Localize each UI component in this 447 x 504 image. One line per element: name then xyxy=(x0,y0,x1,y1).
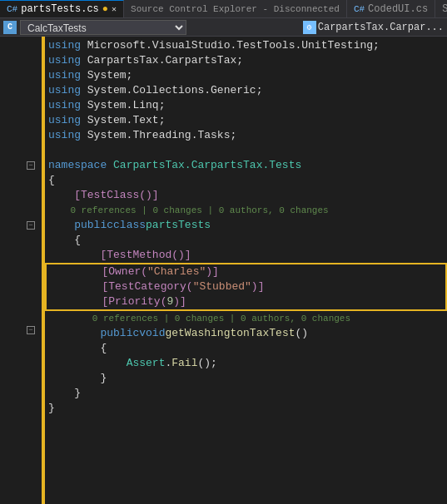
tab-bar: C# partsTests.cs ● ✕ Source Control Expl… xyxy=(0,0,447,18)
code-line-priority: [Priority(9)] xyxy=(47,294,445,309)
tab-partsTests[interactable]: C# partsTests.cs ● ✕ xyxy=(0,0,124,17)
code-line-blank1 xyxy=(45,143,447,158)
code-line-testclass-attr: [TestClass()] xyxy=(45,188,447,203)
tab-startup-label: Startup.cs xyxy=(442,3,447,15)
code-line-6: using System.Text; xyxy=(45,113,447,128)
tab-codedUI[interactable]: C# CodedUI.cs xyxy=(347,0,435,17)
cs-icon-2: C# xyxy=(354,4,365,14)
gutter-class: − xyxy=(0,218,38,233)
gutter-6 xyxy=(0,113,38,128)
code-line-7: using System.Threading.Tasks; xyxy=(45,128,447,143)
code-line-brace4: } xyxy=(45,371,447,386)
class-icon-label: C xyxy=(7,22,12,32)
code-line-method: public void getWashingtonTaxTest() xyxy=(45,326,447,341)
code-line-testcategory: [TestCategory("Stubbed")] xyxy=(47,279,445,294)
code-line-1: using Microsoft.VisualStudio.TestTools.U… xyxy=(45,38,447,53)
gutter-brace4 xyxy=(0,368,38,383)
gutter-brace2 xyxy=(0,233,38,248)
highlight-region: [Owner("Charles")] [TestCategory("Stubbe… xyxy=(45,263,447,311)
gutter-ns: − xyxy=(0,158,38,173)
gutter-blank-1 xyxy=(0,143,38,158)
method-breadcrumb-label: CarpartsTax.Carpar... xyxy=(318,22,444,33)
code-line-brace6: } xyxy=(45,401,447,416)
collapse-class[interactable]: − xyxy=(27,221,35,230)
code-line-class: public class partsTests xyxy=(45,218,447,233)
tab-sourceControl-label: Source Control Explorer - Disconnected xyxy=(131,4,340,14)
gutter-5 xyxy=(0,98,38,113)
class-icon: C xyxy=(3,21,17,34)
expand-1[interactable] xyxy=(27,38,35,53)
collapse-ns[interactable]: − xyxy=(27,161,35,170)
gutter-2 xyxy=(0,53,38,68)
code-line-4: using System.Collections.Generic; xyxy=(45,83,447,98)
gutter-meta2 xyxy=(0,308,38,323)
gutter-method: − xyxy=(0,323,38,338)
code-line-brace2: { xyxy=(45,233,447,248)
breadcrumb-right: ⚙ CarpartsTax.Carpar... xyxy=(303,21,444,34)
gutter-3 xyxy=(0,68,38,83)
class-breadcrumb[interactable]: CalcTaxTests xyxy=(20,20,186,35)
code-line-namespace: namespace CarpartsTax.CarpartsTax.Tests xyxy=(45,158,447,173)
collapse-method[interactable]: − xyxy=(27,326,35,334)
meta-references-1: 0 references | 0 changes | 0 authors, 0 … xyxy=(70,203,328,218)
gutter-assert xyxy=(0,353,38,368)
code-line-brace1: { xyxy=(45,173,447,188)
gutter-brace1 xyxy=(0,173,38,188)
code-line-owner: [Owner("Charles")] xyxy=(47,264,445,279)
toolbar: C CalcTaxTests ⚙ CarpartsTax.Carpar... xyxy=(0,18,447,37)
gutter-meta1 xyxy=(0,203,38,218)
gutter-brace3 xyxy=(0,338,38,353)
gutter-testmethod xyxy=(0,248,38,263)
gutter-attr1 xyxy=(0,188,38,203)
cs-icon: C# xyxy=(7,4,17,14)
meta-references-2: 0 references | 0 changes | 0 authors, 0 … xyxy=(92,311,350,326)
gutter-1 xyxy=(0,38,38,53)
tab-startup[interactable]: Startup.cs xyxy=(435,0,447,17)
code-line-2: using CarpartsTax.CarpartsTax; xyxy=(45,53,447,68)
code-line-testmethod-attr: [TestMethod()] xyxy=(45,248,447,263)
tab-sourceControl[interactable]: Source Control Explorer - Disconnected xyxy=(124,0,347,17)
code-line-5: using System.Linq; xyxy=(45,98,447,113)
gutter-7 xyxy=(0,128,38,143)
tab-partsTests-label: partsTests.cs xyxy=(21,3,99,15)
code-line-meta1: 0 references | 0 changes | 0 authors, 0 … xyxy=(45,203,447,218)
code-line-brace3: { xyxy=(45,341,447,356)
code-line-brace5: } xyxy=(45,386,447,401)
tab-partsTests-close[interactable]: ✕ xyxy=(112,4,117,14)
gutter-brace6 xyxy=(0,398,38,413)
code-line-3: using System; xyxy=(45,68,447,83)
tab-modified-dot: ● xyxy=(102,3,108,15)
gutter-priority xyxy=(0,293,38,308)
gutter-owner xyxy=(0,263,38,278)
gutter-brace5 xyxy=(0,383,38,398)
tab-codedUI-label: CodedUI.cs xyxy=(368,3,428,15)
code-content[interactable]: using Microsoft.VisualStudio.TestTools.U… xyxy=(45,37,447,504)
gutter-4 xyxy=(0,83,38,98)
code-line-assert: Assert.Fail(); xyxy=(45,356,447,371)
code-area: − − − using Microsoft.VisualStudio. xyxy=(0,37,447,504)
gutter: − − − xyxy=(0,37,42,504)
method-icon: ⚙ xyxy=(303,21,316,34)
code-line-meta2: 0 references | 0 changes | 0 authors, 0 … xyxy=(45,311,447,326)
gutter-testcat xyxy=(0,278,38,293)
